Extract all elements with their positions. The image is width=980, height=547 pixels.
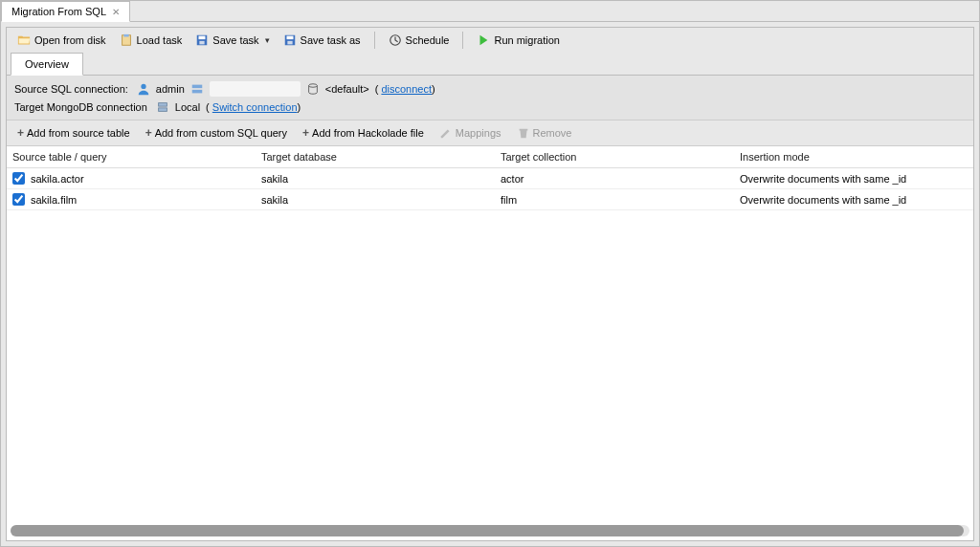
- table-header: Source table / query Target database Tar…: [7, 146, 973, 168]
- table-empty-space: [7, 210, 973, 521]
- save-icon: [195, 33, 209, 47]
- schedule-button[interactable]: Schedule: [384, 31, 455, 50]
- switch-connection-link[interactable]: Switch connection: [212, 101, 298, 113]
- content-area: Open from disk Load task Save task ▾: [1, 22, 979, 546]
- h-scrollbar[interactable]: [11, 525, 969, 536]
- col-insertion-mode[interactable]: Insertion mode: [740, 151, 968, 163]
- main-toolbar: Open from disk Load task Save task ▾: [7, 28, 973, 53]
- row-insertion-mode: Overwrite documents with same _id: [740, 173, 968, 185]
- target-name: Local: [175, 101, 200, 113]
- svg-point-9: [141, 84, 145, 89]
- svg-rect-14: [158, 108, 167, 112]
- tab-overview[interactable]: Overview: [11, 53, 83, 76]
- h-scrollbar-thumb[interactable]: [11, 525, 964, 536]
- save-task-as-button[interactable]: Save task as: [278, 31, 366, 50]
- svg-rect-4: [200, 41, 205, 45]
- col-source[interactable]: Source table / query: [12, 151, 261, 163]
- svg-rect-11: [192, 90, 203, 94]
- svg-rect-6: [286, 36, 293, 40]
- close-icon[interactable]: ✕: [112, 7, 120, 17]
- add-from-hackolade-button[interactable]: Add from Hackolade file: [296, 123, 431, 142]
- svg-rect-13: [158, 103, 167, 107]
- play-icon: [477, 33, 490, 47]
- table-body: sakila.actorsakilaactorOverwrite documen…: [7, 168, 973, 210]
- source-user: admin: [156, 83, 185, 95]
- table-row[interactable]: sakila.filmsakilafilmOverwrite documents…: [7, 189, 973, 210]
- svg-rect-10: [192, 85, 203, 89]
- server-small-icon: [156, 100, 169, 114]
- row-source: sakila.actor: [31, 173, 84, 185]
- database-icon: [306, 82, 320, 96]
- row-target-coll: actor: [501, 173, 740, 185]
- switch-wrap: ( Switch connection): [206, 101, 301, 113]
- connection-panel: Source SQL connection: admin <default> (…: [7, 76, 973, 120]
- table-row[interactable]: sakila.actorsakilaactorOverwrite documen…: [7, 168, 973, 189]
- open-from-disk-button[interactable]: Open from disk: [12, 31, 111, 50]
- target-connection-label: Target MongoDB connection: [14, 101, 147, 113]
- add-from-source-table-button[interactable]: Add from source table: [11, 123, 137, 142]
- window-tab-migration[interactable]: Migration From SQL ✕: [1, 1, 130, 22]
- user-icon: [137, 82, 150, 96]
- source-host-masked: [210, 81, 301, 97]
- plus-icon: [145, 126, 152, 140]
- add-from-custom-sql-button[interactable]: Add from custom SQL query: [139, 123, 294, 142]
- toolbar-divider: [374, 32, 375, 49]
- svg-point-12: [308, 84, 317, 88]
- row-target-db: sakila: [261, 194, 501, 206]
- pencil-icon: [439, 126, 453, 140]
- disconnect-link[interactable]: disconnect: [381, 83, 432, 95]
- col-target-coll[interactable]: Target collection: [501, 151, 740, 163]
- load-task-button[interactable]: Load task: [115, 31, 188, 50]
- target-connection-row: Target MongoDB connection Local ( Switch…: [14, 100, 966, 114]
- row-source: sakila.film: [31, 194, 77, 206]
- toolbar-divider: [462, 32, 463, 49]
- migration-table: Source table / query Target database Tar…: [7, 146, 973, 540]
- row-insertion-mode: Overwrite documents with same _id: [740, 194, 968, 206]
- folder-open-icon: [17, 33, 31, 47]
- window-tab-title: Migration From SQL: [11, 6, 106, 17]
- source-default-db: <default>: [325, 83, 369, 95]
- plus-icon: [302, 126, 309, 140]
- server-icon: [190, 82, 204, 96]
- clipboard-load-icon: [120, 33, 133, 47]
- row-target-db: sakila: [261, 173, 501, 185]
- action-bar: Add from source table Add from custom SQ…: [7, 120, 973, 146]
- run-migration-button[interactable]: Run migration: [472, 31, 564, 50]
- sub-tabstrip: Overview: [7, 53, 973, 76]
- save-as-icon: [283, 33, 297, 47]
- window-tabstrip: Migration From SQL ✕: [1, 1, 979, 22]
- source-connection-label: Source SQL connection:: [14, 83, 128, 95]
- source-connection-row: Source SQL connection: admin <default> (…: [14, 81, 966, 97]
- inner-panel: Open from disk Load task Save task ▾: [6, 27, 974, 541]
- svg-rect-7: [287, 41, 292, 45]
- save-task-button[interactable]: Save task ▾: [190, 31, 274, 50]
- row-checkbox[interactable]: [12, 193, 25, 206]
- disconnect-wrap: ( disconnect): [375, 83, 435, 95]
- clock-icon: [389, 33, 402, 47]
- mappings-button[interactable]: Mappings: [433, 123, 508, 142]
- trash-icon: [517, 126, 530, 140]
- remove-button[interactable]: Remove: [510, 123, 579, 142]
- chevron-down-icon: ▾: [265, 35, 270, 45]
- row-target-coll: film: [501, 194, 740, 206]
- svg-rect-1: [123, 34, 128, 37]
- col-target-db[interactable]: Target database: [261, 151, 501, 163]
- row-checkbox[interactable]: [12, 172, 25, 185]
- app-window: Migration From SQL ✕ Open from disk Load…: [0, 0, 980, 547]
- plus-icon: [17, 126, 24, 140]
- svg-rect-3: [199, 36, 206, 40]
